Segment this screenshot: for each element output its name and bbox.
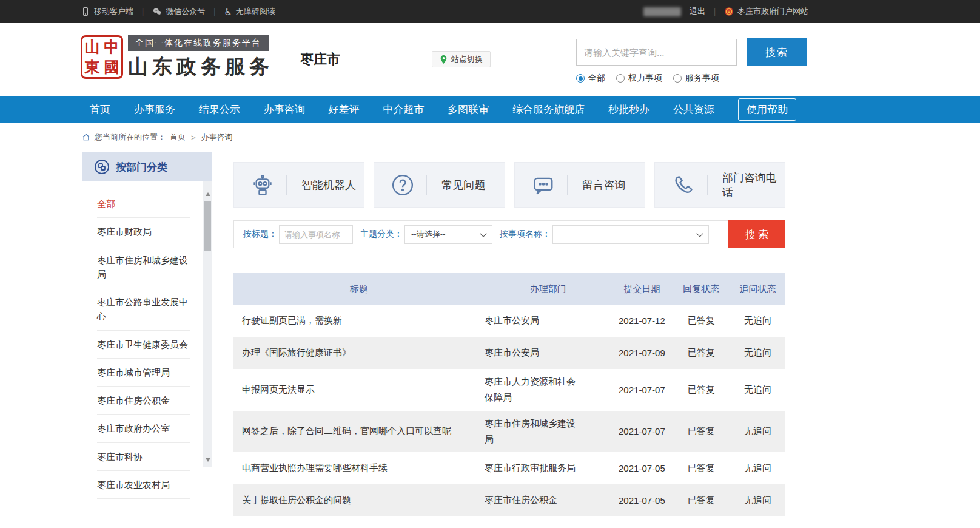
department-item[interactable]: 枣庄市住房公积金 bbox=[97, 387, 190, 415]
scope-radio[interactable]: 服务事项 bbox=[673, 73, 719, 84]
scroll-down-arrow[interactable] bbox=[206, 458, 210, 462]
nav-item[interactable]: 多图联审 bbox=[448, 103, 489, 117]
nav-item[interactable]: 办事服务 bbox=[134, 103, 175, 117]
row-date: 2021-07-05 bbox=[611, 495, 672, 506]
table-row[interactable]: 电商营业执照办理需要哪些材料手续 枣庄市行政审批服务局 2021-07-05 已… bbox=[233, 452, 785, 484]
site-logo[interactable]: 山中 東國 全国一体化在线政务服务平台 山东政务服务 bbox=[81, 35, 274, 81]
breadcrumb-current[interactable]: 办事咨询 bbox=[201, 132, 233, 143]
department-item[interactable]: 枣庄市卫生健康委员会 bbox=[97, 331, 190, 359]
topic-select[interactable]: --请选择-- bbox=[404, 225, 492, 244]
nav-item[interactable]: 使用帮助 bbox=[738, 98, 796, 121]
row-title[interactable]: 行驶证副页已满，需换新 bbox=[233, 310, 485, 331]
row-department: 枣庄市住房和城乡建设局 bbox=[485, 411, 611, 453]
nav-item[interactable]: 秒批秒办 bbox=[608, 103, 649, 117]
col-reply-status: 回复状态 bbox=[672, 283, 730, 295]
topbar-left: 移动客户端 | 微信公众号 | ♿ 无障碍阅读 bbox=[81, 6, 275, 17]
filter-search-button[interactable]: 搜 索 bbox=[728, 220, 785, 248]
scope-radio[interactable]: 全部 bbox=[576, 73, 605, 84]
topic-filter-label: 主题分类： bbox=[360, 229, 403, 240]
national-emblem-icon: ★ bbox=[724, 7, 734, 16]
row-department: 枣庄市行政审批服务局 bbox=[485, 455, 611, 481]
logout-link[interactable]: 退出 bbox=[690, 6, 705, 17]
row-title[interactable]: 关于提取住房公积金的问题 bbox=[233, 490, 485, 511]
row-title[interactable]: 办理《国际旅行健康证书》 bbox=[233, 342, 485, 364]
row-reply-status: 已答复 bbox=[672, 315, 730, 327]
table-row[interactable]: 关于提取住房公积金的问题 枣庄市住房公积金 2021-07-05 已答复 无追问 bbox=[233, 484, 785, 516]
radio-icon bbox=[616, 74, 625, 83]
row-title[interactable]: 网签之后，除了合同二维码，官网哪个入口可以查呢 bbox=[233, 421, 485, 442]
wechat-link[interactable]: 微信公众号 bbox=[152, 6, 205, 17]
nav-item[interactable]: 公共资源 bbox=[673, 103, 714, 117]
accessibility-icon: ♿ bbox=[224, 7, 232, 16]
page: 移动客户端 | 微信公众号 | ♿ 无障碍阅读 退出 | ★ bbox=[0, 0, 980, 528]
divider bbox=[707, 175, 708, 195]
sidebar-header: 按部门分类 bbox=[82, 152, 212, 181]
portal-link[interactable]: ★ 枣庄市政府门户网站 bbox=[724, 6, 808, 17]
site-switch-button[interactable]: 站点切换 bbox=[432, 51, 491, 67]
table-header: 标题 办理部门 提交日期 回复状态 追问状态 bbox=[233, 273, 785, 305]
card-message-consult[interactable]: 留言咨询 bbox=[514, 162, 645, 208]
row-followup-status: 无追问 bbox=[730, 495, 785, 506]
nav-item[interactable]: 中介超市 bbox=[383, 103, 424, 117]
city-name: 枣庄市 bbox=[300, 50, 340, 69]
row-followup-status: 无追问 bbox=[730, 425, 785, 437]
row-department: 枣庄市住房公积金 bbox=[485, 487, 611, 513]
row-followup-status: 无追问 bbox=[730, 347, 785, 359]
accessibility-link[interactable]: ♿ 无障碍阅读 bbox=[224, 6, 275, 17]
row-title[interactable]: 申报网页无法显示 bbox=[233, 379, 485, 401]
header-search-button[interactable]: 搜索 bbox=[747, 38, 807, 66]
nav-item[interactable]: 综合服务旗舰店 bbox=[512, 103, 585, 117]
svg-text:★: ★ bbox=[727, 10, 731, 14]
nav-item[interactable]: 办事咨询 bbox=[264, 103, 305, 117]
title-filter-input[interactable] bbox=[279, 225, 353, 244]
phone-icon bbox=[672, 174, 695, 197]
scrollbar-thumb[interactable] bbox=[204, 201, 211, 251]
row-date: 2021-07-07 bbox=[611, 385, 672, 395]
row-department: 枣庄市公安局 bbox=[485, 308, 611, 333]
chevron-down-icon bbox=[696, 230, 703, 237]
table-row[interactable]: 申报网页无法显示 枣庄市人力资源和社会保障局 2021-07-07 已答复 无追… bbox=[233, 369, 785, 411]
row-title[interactable]: 电商营业执照办理需要哪些材料手续 bbox=[233, 458, 485, 479]
department-item[interactable]: 枣庄市城市管理局 bbox=[97, 359, 190, 387]
radio-icon bbox=[576, 74, 585, 83]
radio-icon bbox=[673, 74, 682, 83]
department-item[interactable]: 枣庄市财政局 bbox=[97, 218, 190, 246]
divider bbox=[426, 175, 427, 195]
shandong-seal-logo: 山中 東國 bbox=[81, 35, 123, 79]
breadcrumb-home-link[interactable]: 首页 bbox=[170, 132, 186, 143]
breadcrumb-prefix: 您当前所在的位置： bbox=[95, 132, 166, 143]
scope-radio[interactable]: 权力事项 bbox=[616, 73, 662, 84]
row-date: 2021-07-12 bbox=[611, 316, 672, 326]
consult-table: 标题 办理部门 提交日期 回复状态 追问状态 行驶证副页已满，需换新 枣庄市公安… bbox=[233, 273, 785, 516]
department-item[interactable]: 枣庄市政府办公室 bbox=[97, 415, 190, 442]
row-reply-status: 已答复 bbox=[672, 384, 730, 396]
header-search-input[interactable] bbox=[577, 39, 736, 65]
nav-item[interactable]: 结果公示 bbox=[199, 103, 240, 117]
department-item[interactable]: 全部 bbox=[97, 190, 190, 218]
item-name-select[interactable] bbox=[552, 225, 709, 244]
row-date: 2021-07-09 bbox=[611, 348, 672, 358]
chevron-down-icon bbox=[480, 230, 486, 237]
card-faq[interactable]: 常见问题 bbox=[374, 162, 505, 208]
table-row[interactable]: 办理《国际旅行健康证书》 枣庄市公安局 2021-07-09 已答复 无追问 bbox=[233, 337, 785, 369]
scroll-up-arrow[interactable] bbox=[206, 192, 210, 196]
robot-icon bbox=[251, 174, 274, 197]
department-list: 全部 枣庄市财政局 枣庄市住房和城乡建设局 枣庄市公路事业发展中心 枣庄市卫生健… bbox=[82, 181, 212, 499]
department-item[interactable]: 枣庄市科协 bbox=[97, 443, 190, 471]
department-sidebar: 按部门分类 全部 枣庄市财政局 枣庄市住房和城乡建设局 枣庄市公路事业发展中心 … bbox=[82, 152, 212, 467]
nav-item[interactable]: 好差评 bbox=[329, 103, 360, 117]
wechat-icon bbox=[152, 7, 162, 16]
card-department-phone[interactable]: 部门咨询电话 bbox=[654, 162, 785, 208]
department-item[interactable]: 枣庄市公路事业发展中心 bbox=[97, 288, 190, 331]
main-panel: 智能机器人 常见问题 留言咨询 部门咨询电话 bbox=[233, 152, 785, 516]
col-followup-status: 追问状态 bbox=[730, 283, 785, 295]
table-row[interactable]: 网签之后，除了合同二维码，官网哪个入口可以查呢 枣庄市住房和城乡建设局 2021… bbox=[233, 411, 785, 453]
card-smart-robot[interactable]: 智能机器人 bbox=[233, 162, 364, 208]
department-item[interactable]: 枣庄市住房和城乡建设局 bbox=[97, 246, 190, 289]
location-pin-icon bbox=[440, 55, 448, 64]
mobile-client-link[interactable]: 移动客户端 bbox=[81, 6, 133, 17]
department-item[interactable]: 枣庄市农业农村局 bbox=[97, 471, 190, 499]
table-row[interactable]: 行驶证副页已满，需换新 枣庄市公安局 2021-07-12 已答复 无追问 bbox=[233, 305, 785, 337]
nav-item[interactable]: 首页 bbox=[90, 103, 110, 117]
sidebar-scrollbar[interactable] bbox=[203, 181, 212, 467]
